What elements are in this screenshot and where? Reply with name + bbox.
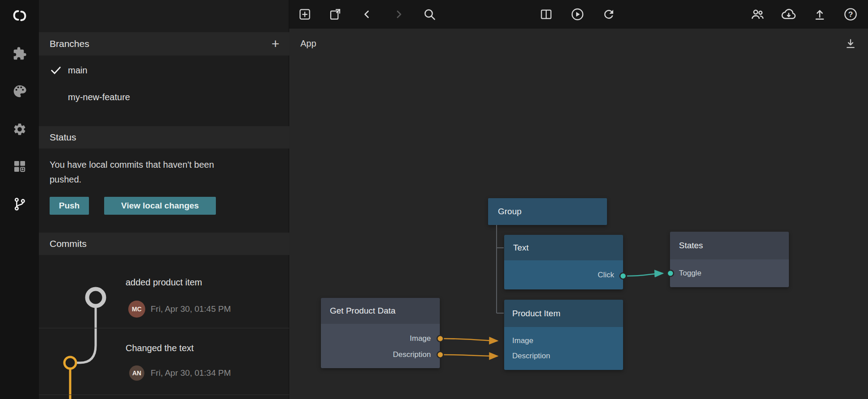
version-control-icon[interactable] bbox=[0, 191, 39, 217]
node-title: Product Item bbox=[512, 309, 560, 318]
commits-section-header: Commits bbox=[39, 233, 289, 255]
push-button[interactable]: Push bbox=[50, 197, 89, 215]
branch-item-my-new-feature[interactable]: my-new-feature bbox=[39, 85, 289, 109]
run-preview-icon[interactable] bbox=[570, 7, 585, 21]
branch-item-main[interactable]: main bbox=[39, 59, 289, 82]
branches-section-header: Branches + bbox=[39, 32, 289, 55]
cloud-sync-icon[interactable] bbox=[780, 7, 797, 22]
node-group[interactable]: Group bbox=[488, 198, 607, 225]
split-view-icon[interactable] bbox=[539, 8, 553, 21]
input-port-description[interactable]: Description bbox=[504, 348, 623, 364]
divider bbox=[39, 328, 289, 328]
node-title: States bbox=[679, 241, 703, 250]
canvas-toolbar: ? bbox=[289, 0, 868, 29]
status-message: You have local commits that haven't been… bbox=[50, 157, 242, 187]
deploy-upload-icon[interactable] bbox=[813, 8, 826, 21]
connection-image bbox=[444, 339, 497, 341]
refresh-icon[interactable] bbox=[602, 8, 615, 21]
styles-palette-icon[interactable] bbox=[0, 78, 39, 105]
node-title: Get Product Data bbox=[330, 306, 396, 316]
download-icon[interactable] bbox=[844, 38, 857, 52]
branches-title: Branches bbox=[50, 38, 89, 49]
nav-back-icon[interactable] bbox=[361, 8, 373, 20]
node-title: Group bbox=[498, 207, 522, 216]
commit-message: Changed the text bbox=[126, 343, 194, 353]
current-branch-check-icon bbox=[50, 64, 62, 76]
output-port-image[interactable]: Image bbox=[321, 331, 440, 347]
avatar: AN bbox=[129, 365, 144, 381]
app-logo-icon[interactable] bbox=[0, 2, 39, 29]
node-get-product-data[interactable]: Get Product Data Image Description bbox=[321, 298, 440, 368]
connection-click-toggle bbox=[627, 273, 663, 276]
help-icon[interactable]: ? bbox=[843, 7, 858, 21]
commit-message: added product item bbox=[126, 277, 202, 288]
node-canvas[interactable]: App Group Text Click States bbox=[289, 29, 868, 399]
input-port-toggle[interactable]: Toggle bbox=[670, 269, 701, 278]
nav-forward-icon[interactable] bbox=[393, 8, 405, 20]
search-icon[interactable] bbox=[423, 8, 436, 21]
branch-name: my-new-feature bbox=[68, 92, 130, 102]
status-section-header: Status bbox=[39, 126, 289, 149]
commits-title: Commits bbox=[50, 238, 87, 249]
collaborators-icon[interactable] bbox=[750, 7, 765, 22]
node-text[interactable]: Text Click bbox=[504, 235, 623, 289]
output-port-click[interactable]: Click bbox=[598, 271, 623, 280]
node-title: Text bbox=[513, 243, 529, 253]
divider bbox=[39, 395, 289, 395]
add-branch-button[interactable]: + bbox=[271, 37, 279, 51]
branch-name: main bbox=[68, 65, 87, 76]
settings-gear-icon[interactable] bbox=[0, 116, 39, 143]
output-port-description[interactable]: Description bbox=[321, 347, 440, 363]
canvas-breadcrumb-app[interactable]: App bbox=[300, 38, 316, 49]
commit-timestamp: Fri, Apr 30, 01:34 PM bbox=[151, 365, 231, 382]
hierarchy-connection bbox=[497, 225, 504, 313]
status-title: Status bbox=[50, 132, 76, 143]
node-product-item[interactable]: Product Item Image Description bbox=[504, 300, 623, 370]
version-control-panel: Branches + main my-new-feature Status Yo… bbox=[39, 0, 289, 399]
view-local-changes-button[interactable]: View local changes bbox=[104, 197, 216, 215]
activity-bar bbox=[0, 0, 39, 399]
app-root: Branches + main my-new-feature Status Yo… bbox=[0, 0, 868, 399]
connection-description bbox=[444, 355, 497, 356]
components-icon[interactable] bbox=[0, 153, 39, 180]
add-node-icon[interactable] bbox=[298, 8, 312, 21]
import-component-icon[interactable] bbox=[329, 8, 342, 21]
help-glyph: ? bbox=[848, 10, 853, 19]
input-port-image[interactable]: Image bbox=[504, 333, 623, 348]
avatar: MC bbox=[128, 301, 145, 318]
extensions-icon[interactable] bbox=[0, 40, 39, 67]
node-states[interactable]: States Toggle bbox=[670, 232, 789, 287]
commit-timestamp: Fri, Apr 30, 01:45 PM bbox=[151, 301, 231, 318]
